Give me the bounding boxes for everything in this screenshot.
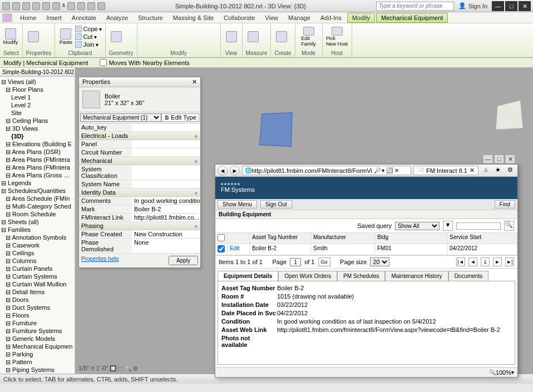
ie-maximize-button[interactable]: □ (494, 155, 504, 163)
qat-undo-icon[interactable] (32, 2, 40, 10)
tree-node[interactable]: ⊟ Area Plans (FMIntera (6, 156, 73, 163)
tree-node[interactable]: ⊟ Piping Systems (6, 366, 73, 374)
property-row[interactable]: Phase CreatedNew Construction (79, 230, 200, 239)
tab-view[interactable]: View (260, 13, 283, 22)
view-button[interactable] (224, 27, 239, 47)
tree-node[interactable]: ⊟ Detail Items (6, 288, 73, 296)
tab-annotate[interactable]: Annotate (67, 13, 101, 22)
ie-address-bar[interactable]: 🌐 http://pilot81.fmbim.com/FMInteract8/F… (242, 166, 411, 175)
detail-tab-maintenance-history[interactable]: Maintenance History (385, 271, 448, 281)
col-asset[interactable]: Asset Tag Number (250, 233, 311, 244)
property-category[interactable]: Electrical - Loads⬦ (79, 132, 200, 140)
select-all-checkbox[interactable] (218, 234, 225, 241)
maximize-button[interactable]: □ (505, 1, 517, 11)
detail-tab-pm-schedules[interactable]: PM Schedules (337, 271, 385, 281)
tree-node[interactable]: ⊟ Columns (6, 257, 73, 265)
tab-manage[interactable]: Manage (284, 13, 315, 22)
detail-tab-open-work-orders[interactable]: Open Work Orders (278, 271, 337, 281)
property-category[interactable]: Phasing⬦ (79, 222, 200, 230)
tree-node[interactable]: ⊟ Doors (6, 296, 73, 304)
property-row[interactable]: Auto_key (79, 123, 200, 132)
go-button[interactable]: Go (318, 257, 330, 266)
tree-node[interactable]: ⊟ Casework (6, 241, 73, 249)
ie-favorites-icon[interactable]: ★ (493, 166, 503, 175)
tree-node[interactable]: ⊟ Families (1, 226, 73, 234)
property-row[interactable]: CommentsIn good working condition (79, 197, 200, 205)
type-selector[interactable]: Boiler21" x 32" x 36" (79, 87, 200, 112)
modify-tool-icon[interactable] (196, 26, 204, 34)
cut-button[interactable]: Cut ▾ (75, 33, 101, 40)
minimize-button[interactable]: — (492, 1, 504, 11)
row-checkbox[interactable] (218, 245, 225, 252)
saved-query-select[interactable]: Show All (395, 222, 440, 230)
view-cube[interactable] (496, 100, 524, 130)
tree-node[interactable]: ⊟ Elevations (Building E (6, 140, 73, 148)
tree-node[interactable]: ⊟ Furniture (6, 319, 73, 327)
tree-node[interactable]: ⊟ Annotation Symbols (6, 234, 73, 241)
filter-icon[interactable]: ▼ (443, 221, 453, 231)
grid-row[interactable]: Edit Boiler B-2 Smith FM01 04/22/2012 (215, 244, 517, 255)
tree-node[interactable]: Site (11, 109, 73, 117)
tab-modify[interactable]: Modify (347, 13, 375, 23)
join-button[interactable]: Join ▾ (75, 41, 101, 48)
pick-new-host-button[interactable]: Pick New Host (326, 27, 348, 47)
tree-node[interactable]: ⊟ Ceiling Plans (6, 117, 73, 125)
property-row[interactable]: System Name (79, 180, 200, 188)
property-row[interactable]: FMInteract Linkhttp://pilot81.fmbim.co..… (79, 214, 200, 222)
modify-tool-icon[interactable] (141, 40, 149, 48)
help-search-input[interactable] (376, 2, 454, 11)
qat-icon[interactable] (87, 2, 95, 10)
col-svc[interactable]: Service Start (447, 233, 517, 244)
edit-family-button[interactable]: Edit Family (299, 27, 319, 47)
create-button[interactable] (274, 27, 289, 47)
tree-node[interactable]: ⊟ Curtain Systems (6, 272, 73, 280)
find-button[interactable]: Find (495, 200, 515, 209)
tree-node[interactable]: ⊟ Sheets (all) (1, 218, 73, 226)
close-icon[interactable]: ✕ (192, 78, 197, 86)
tab-home[interactable]: Home (16, 13, 41, 22)
tab-structure[interactable]: Structure (134, 13, 167, 22)
tree-node[interactable]: ⊟ Views (all) (1, 78, 73, 86)
modify-tool-icon[interactable] (152, 26, 160, 34)
tree-node[interactable]: ⊟ Parking (6, 350, 73, 358)
qat-icon[interactable] (77, 2, 85, 10)
properties-button[interactable] (26, 27, 41, 47)
tree-node[interactable]: ⊟ Area Plans (FMIntera (6, 163, 73, 171)
view-scale[interactable]: 1/8" = 1'-0" 🔲 ⬚ 🔍 ⚙ (78, 365, 138, 371)
modify-button[interactable]: Modify (3, 27, 18, 47)
qat-icon[interactable] (97, 2, 105, 10)
search-icon[interactable]: 🔍 (504, 221, 514, 231)
properties-help-link[interactable]: Properties help (81, 256, 119, 265)
ie-back-button[interactable]: ◄ (218, 166, 228, 176)
ie-minimize-button[interactable]: — (483, 155, 493, 163)
app-menu-button[interactable] (2, 13, 12, 22)
apply-button[interactable]: Apply (169, 256, 198, 265)
tree-node[interactable]: ⊟ Duct Systems (6, 304, 73, 311)
qat-print-icon[interactable] (52, 2, 60, 10)
tree-node[interactable]: ⊟ 3D Views (6, 125, 73, 132)
search-input[interactable] (456, 222, 501, 230)
tab-close-icon[interactable]: ✕ (470, 167, 475, 174)
modify-tool-icon[interactable] (163, 26, 171, 34)
browser-tab[interactable]: Simple-Building-10-2012 802... (0, 68, 75, 77)
contextual-tab[interactable]: Mechanical Equipment (376, 13, 448, 23)
property-row[interactable]: Panel (79, 140, 200, 148)
tree-node[interactable]: {3D} (11, 132, 73, 140)
page-input[interactable] (290, 258, 301, 266)
paste-button[interactable]: Paste (58, 27, 73, 47)
page-last-button[interactable]: ►| (505, 257, 514, 266)
page-prev-button[interactable]: ◄ (468, 257, 477, 266)
close-button[interactable]: ✕ (519, 1, 531, 11)
tree-node[interactable]: ⊟ Ceilings (6, 249, 73, 257)
col-bldg[interactable]: Bldg (375, 233, 447, 244)
modify-tool-icon[interactable] (208, 26, 215, 34)
modify-tool-icon[interactable] (185, 26, 193, 34)
tree-node[interactable]: ⊟ Floor Plans (6, 86, 73, 93)
tree-node[interactable]: ⊟ Mechanical Equipmen (6, 343, 73, 350)
property-row[interactable]: System Classification (79, 165, 200, 180)
tab-collaborate[interactable]: Collaborate (219, 13, 259, 22)
tree-node[interactable]: ⊟ Generic Models (6, 335, 73, 343)
tab-insert[interactable]: Insert (42, 13, 66, 22)
detail-tab-equipment-details[interactable]: Equipment Details (218, 271, 278, 281)
tree-node[interactable]: ⊟ Furniture Systems (6, 327, 73, 335)
